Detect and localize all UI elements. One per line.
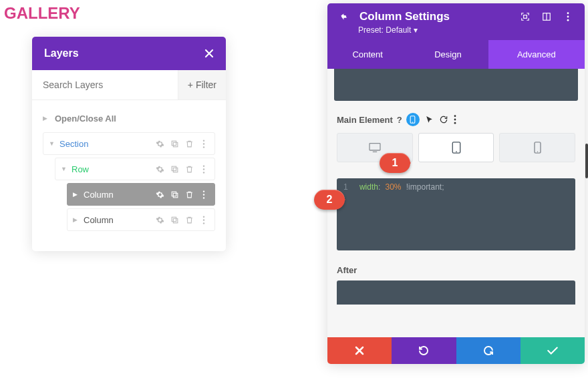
gear-icon[interactable] [154,164,165,174]
duplicate-icon[interactable] [169,138,180,149]
tab-advanced[interactable]: Advanced [488,40,585,69]
line-number: 1 [343,182,348,192]
gear-icon[interactable] [154,138,165,149]
columns-icon[interactable] [541,11,553,23]
svg-point-18 [203,219,204,220]
code-block-top[interactable] [334,69,578,101]
svg-point-3 [203,143,204,144]
svg-point-28 [454,115,456,117]
settings-panel: Column Settings Preset: Default ▾ Conten… [327,3,585,364]
more-icon[interactable] [198,189,209,200]
search-input[interactable] [32,70,178,100]
open-close-all[interactable]: ▶ Open/Close All [43,107,215,130]
trash-icon[interactable] [184,214,194,225]
close-icon[interactable] [204,49,214,58]
svg-point-7 [203,165,204,166]
expand-icon[interactable] [519,11,531,23]
layers-panel: Layers + Filter ▶ Open/Close All ▼ Secti… [32,37,226,251]
svg-point-14 [203,197,204,198]
gear-icon[interactable] [154,214,165,225]
svg-point-2 [203,140,204,141]
footer-bar [327,337,585,364]
svg-point-12 [203,190,204,192]
settings-tabs: Content Design Advanced [327,40,585,69]
svg-point-25 [567,19,569,21]
gear-icon[interactable] [154,189,165,200]
tree-section[interactable]: ▼ Section [43,132,215,155]
settings-bar: Column Settings Preset: Default ▾ [327,3,585,40]
main-element-row: Main Element ? [327,101,585,133]
more-icon[interactable] [562,11,574,23]
cancel-button[interactable] [327,337,392,364]
css-colon: : [378,182,380,192]
more-icon[interactable] [454,115,456,124]
duplicate-icon[interactable] [169,164,180,174]
trash-icon[interactable] [184,164,194,174]
tree-row[interactable]: ▼ Row [55,158,215,180]
device-tablet[interactable] [418,133,494,162]
search-row: + Filter [32,70,226,100]
svg-rect-11 [173,193,178,198]
more-icon[interactable] [198,138,209,149]
tree-column[interactable]: ▶ Column [67,208,215,231]
svg-rect-0 [172,141,176,146]
tree-actions [154,214,209,225]
device-phone[interactable] [499,133,575,162]
main-element-label: Main Element [337,115,393,125]
tree-column-active[interactable]: ▶ Column [67,183,215,206]
duplicate-icon[interactable] [169,214,180,225]
reset-icon[interactable] [439,115,448,124]
tab-design[interactable]: Design [408,40,488,69]
scrollbar-handle[interactable] [585,144,588,178]
tree-actions [154,189,209,200]
svg-rect-5 [172,166,176,171]
filter-button[interactable]: + Filter [178,70,226,100]
cursor-icon[interactable] [425,116,434,124]
undo-button[interactable] [392,337,456,364]
svg-point-23 [567,12,569,14]
layers-title: Layers [44,47,204,59]
caret-down-icon: ▼ [49,140,55,147]
css-value: 30% [386,182,402,192]
annotation-1: 1 [380,153,410,173]
more-icon[interactable] [198,164,209,174]
svg-point-34 [456,151,457,152]
svg-rect-1 [173,142,178,147]
svg-point-24 [567,16,569,18]
caret-down-icon: ▼ [61,166,67,172]
save-button[interactable] [521,337,585,364]
after-code-block[interactable] [337,280,575,305]
column-label: Column [84,215,154,225]
svg-point-30 [454,122,456,124]
tab-content[interactable]: Content [327,40,408,69]
back-icon[interactable] [338,11,350,23]
duplicate-icon[interactable] [169,189,180,200]
svg-point-13 [203,194,204,195]
preset-dropdown[interactable]: Preset: Default ▾ [358,25,574,35]
svg-rect-10 [172,192,176,196]
phone-active-icon[interactable] [406,113,420,126]
svg-rect-31 [370,144,380,150]
caret-right-icon: ▶ [43,115,49,122]
css-property: width [359,182,378,192]
trash-icon[interactable] [184,189,194,200]
help-icon[interactable]: ? [397,115,402,125]
css-semi: ; [442,182,444,192]
svg-rect-15 [172,217,176,222]
layers-tree: ▶ Open/Close All ▼ Section ▼ Row [32,100,226,251]
trash-icon[interactable] [184,138,194,149]
plus-icon: + [188,79,193,90]
open-close-label: Open/Close All [55,114,215,124]
svg-rect-20 [524,15,527,19]
column-label: Column [84,190,154,200]
svg-rect-16 [173,218,178,223]
redo-button[interactable] [456,337,521,364]
svg-point-36 [537,151,538,152]
filter-label: Filter [196,79,216,90]
caret-right-icon: ▶ [73,191,80,198]
after-label: After [327,250,585,280]
more-icon[interactable] [198,214,209,225]
section-label: Section [59,139,154,149]
css-editor[interactable]: 1 width: 30% !important; [337,178,575,250]
row-label: Row [71,164,154,174]
